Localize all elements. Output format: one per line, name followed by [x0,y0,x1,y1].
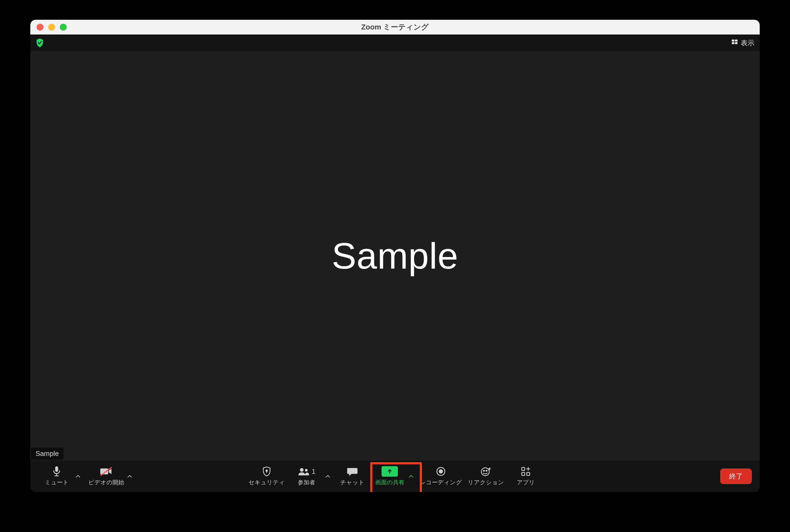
window-controls [37,24,67,31]
microphone-icon [52,466,61,477]
chat-icon [347,466,358,477]
reactions-icon [481,466,491,477]
security-button[interactable]: セキュリティ [249,466,285,487]
chat-label: チャット [340,478,364,487]
view-label: 表示 [741,38,754,48]
minimize-window-button[interactable] [48,24,55,31]
record-button[interactable]: レコーディング [420,466,462,487]
reactions-button[interactable]: リアクション [468,466,504,487]
svg-rect-2 [732,42,734,44]
participants-button[interactable]: 1 参加者 [291,466,322,487]
svg-rect-0 [732,39,734,42]
meeting-toolbar: ミュート [30,460,760,492]
svg-rect-3 [735,42,738,44]
svg-rect-21 [522,473,525,475]
start-video-button[interactable]: ビデオの開始 [88,466,124,487]
security-label: セキュリティ [249,478,285,487]
svg-point-14 [439,470,443,473]
svg-point-17 [486,470,487,471]
apps-button[interactable]: アプリ [510,466,541,487]
mute-label: ミュート [45,478,69,487]
svg-point-9 [266,470,268,471]
video-placeholder-text: Sample [332,235,459,277]
apps-label: アプリ [517,478,535,487]
encryption-shield-icon[interactable] [36,38,44,48]
participant-name-label: Sample [31,448,63,460]
grid-view-icon [731,39,738,48]
svg-rect-20 [522,468,525,470]
end-label: 終了 [729,472,743,480]
share-screen-icon [382,466,398,477]
share-options-chevron[interactable] [408,475,414,478]
audio-options-chevron[interactable] [75,475,81,478]
record-icon [436,466,446,477]
video-area: Sample [30,51,760,460]
zoom-window: Zoom ミーティング 表示 [30,20,760,492]
share-label: 画面の共有 [375,478,404,487]
record-label: レコーディング [420,478,462,487]
video-off-icon [99,466,113,477]
mute-button[interactable]: ミュート [41,466,72,487]
view-button[interactable]: 表示 [731,38,754,48]
svg-point-16 [483,470,484,471]
window-title: Zoom ミーティング [30,22,760,32]
participants-label: 参加者 [298,478,315,487]
chat-button[interactable]: チャット [336,466,368,487]
video-options-chevron[interactable] [127,475,132,478]
reactions-label: リアクション [468,478,504,487]
shield-icon [262,466,271,477]
svg-rect-22 [527,473,530,475]
top-strip: 表示 [30,35,760,51]
titlebar: Zoom ミーティング [30,20,760,35]
svg-rect-4 [55,466,58,472]
svg-rect-1 [735,39,738,42]
svg-point-12 [305,469,308,471]
svg-point-15 [481,468,489,476]
maximize-window-button[interactable] [60,24,67,31]
close-window-button[interactable] [37,24,43,31]
participants-icon: 1 [297,466,315,477]
participants-options-chevron[interactable] [325,475,331,478]
svg-point-11 [300,468,304,472]
apps-icon [521,466,531,477]
video-label: ビデオの開始 [88,478,124,487]
share-screen-button[interactable]: 画面の共有 [374,466,406,487]
end-meeting-button[interactable]: 終了 [720,469,752,484]
participants-count: 1 [312,468,315,476]
